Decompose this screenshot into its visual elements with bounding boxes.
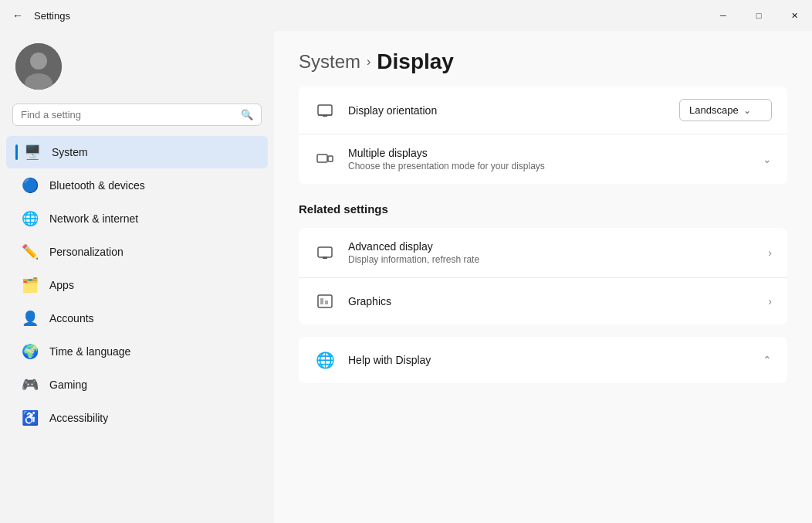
svg-rect-5 <box>323 115 327 117</box>
sidebar-item-accounts-label: Accounts <box>49 312 94 324</box>
multiple-displays-icon <box>314 148 336 170</box>
sidebar-item-bluetooth-label: Bluetooth & devices <box>49 179 145 192</box>
multiple-displays-control: ⌄ <box>763 153 772 165</box>
sidebar-item-system[interactable]: 🖥️System <box>6 136 268 168</box>
graphics-text: Graphics <box>348 295 756 307</box>
avatar[interactable] <box>15 43 62 90</box>
advanced-display-arrow: › <box>768 246 772 259</box>
graphics-icon <box>314 290 336 312</box>
time-icon: 🌍 <box>22 343 39 360</box>
graphics-arrow-icon: › <box>768 295 772 307</box>
orientation-text: Display orientation <box>348 104 667 117</box>
sidebar-item-bluetooth[interactable]: 🔵Bluetooth & devices <box>6 169 268 202</box>
orientation-icon <box>314 100 336 121</box>
nav-list: 🖥️System🔵Bluetooth & devices🌐Network & i… <box>0 135 274 435</box>
advanced-display-desc: Display information, refresh rate <box>348 254 756 265</box>
search-box[interactable]: 🔍 <box>12 104 262 126</box>
sidebar-item-apps[interactable]: 🗂️Apps <box>6 269 268 301</box>
breadcrumb: System › Display <box>299 49 787 74</box>
help-expand-icon: ⌃ <box>763 354 772 366</box>
accessibility-icon: ♿ <box>22 409 39 426</box>
multiple-displays-title: Multiple displays <box>348 147 750 159</box>
help-section: 🌐 Help with Display ⌃ <box>299 337 787 383</box>
sidebar-item-accounts[interactable]: 👤Accounts <box>6 302 268 335</box>
help-title: Help with Display <box>348 354 750 366</box>
breadcrumb-parent: System <box>299 51 360 73</box>
help-control: ⌃ <box>763 354 772 366</box>
sidebar-item-network[interactable]: 🌐Network & internet <box>6 202 268 235</box>
setting-row-multiple-displays[interactable]: Multiple displaysChoose the presentation… <box>299 134 787 184</box>
svg-rect-6 <box>317 155 327 162</box>
orientation-chevron-icon: ⌄ <box>743 105 751 116</box>
accounts-icon: 👤 <box>22 310 39 327</box>
graphics-title: Graphics <box>348 295 756 307</box>
help-icon: 🌐 <box>314 349 336 371</box>
multiple-displays-text: Multiple displaysChoose the presentation… <box>348 147 750 172</box>
svg-point-1 <box>30 53 47 70</box>
setting-row-orientation[interactable]: Display orientationLandscape⌄ <box>299 87 787 134</box>
system-icon: 🖥️ <box>24 144 41 161</box>
back-button[interactable]: ← <box>9 9 26 22</box>
multiple-displays-desc: Choose the presentation mode for your di… <box>348 161 750 172</box>
graphics-arrow: › <box>768 295 772 307</box>
avatar-area <box>0 31 274 99</box>
search-icon: 🔍 <box>241 109 253 121</box>
network-icon: 🌐 <box>22 210 39 227</box>
breadcrumb-current: Display <box>377 49 454 74</box>
main-settings-section: Display orientationLandscape⌄Multiple di… <box>299 87 787 184</box>
svg-rect-12 <box>320 298 323 304</box>
minimize-button[interactable]: ─ <box>705 0 741 31</box>
main-content: System › Display Display orientationLand… <box>274 31 812 523</box>
orientation-title: Display orientation <box>348 104 667 117</box>
maximize-button[interactable]: □ <box>741 0 776 31</box>
sidebar: 🔍 🖥️System🔵Bluetooth & devices🌐Network &… <box>0 31 274 523</box>
svg-rect-7 <box>328 156 333 161</box>
sidebar-item-personalization[interactable]: ✏️Personalization <box>6 236 268 268</box>
sidebar-item-time-label: Time & language <box>49 345 130 358</box>
sidebar-item-accessibility-label: Accessibility <box>49 412 108 424</box>
svg-rect-8 <box>318 247 332 257</box>
orientation-dropdown-label: Landscape <box>689 104 739 116</box>
advanced-display-icon <box>314 242 336 263</box>
titlebar-controls: ─ □ ✕ <box>705 0 812 31</box>
bluetooth-icon: 🔵 <box>22 177 39 194</box>
sidebar-item-personalization-label: Personalization <box>49 246 123 258</box>
breadcrumb-chevron-icon: › <box>367 55 370 69</box>
personalization-icon: ✏️ <box>22 243 39 260</box>
app-body: 🔍 🖥️System🔵Bluetooth & devices🌐Network &… <box>0 31 812 523</box>
sidebar-item-gaming-label: Gaming <box>49 379 87 391</box>
titlebar: ← Settings ─ □ ✕ <box>0 0 812 31</box>
advanced-display-arrow-icon: › <box>768 246 772 259</box>
sidebar-item-system-label: System <box>52 146 88 158</box>
close-button[interactable]: ✕ <box>776 0 812 31</box>
orientation-dropdown[interactable]: Landscape⌄ <box>679 99 772 121</box>
help-text: Help with Display <box>348 354 750 366</box>
help-display-row[interactable]: 🌐 Help with Display ⌃ <box>299 337 787 383</box>
svg-rect-13 <box>325 301 328 304</box>
svg-rect-3 <box>318 105 332 115</box>
sidebar-item-network-label: Network & internet <box>49 212 138 225</box>
sidebar-item-time[interactable]: 🌍Time & language <box>6 335 268 368</box>
svg-rect-10 <box>323 257 327 259</box>
active-indicator <box>15 144 18 160</box>
sidebar-item-apps-label: Apps <box>49 279 74 291</box>
related-settings-section: Advanced displayDisplay information, ref… <box>299 228 787 324</box>
orientation-control: Landscape⌄ <box>679 99 772 121</box>
apps-icon: 🗂️ <box>22 277 39 294</box>
titlebar-left: ← Settings <box>9 9 70 22</box>
related-settings-label: Related settings <box>299 202 787 216</box>
window-title: Settings <box>34 10 70 22</box>
search-input[interactable] <box>21 109 235 121</box>
sidebar-item-gaming[interactable]: 🎮Gaming <box>6 368 268 401</box>
related-row-advanced-display[interactable]: Advanced displayDisplay information, ref… <box>299 228 787 278</box>
gaming-icon: 🎮 <box>22 376 39 393</box>
sidebar-item-accessibility[interactable]: ♿Accessibility <box>6 402 268 434</box>
multiple-displays-expand-icon: ⌄ <box>763 153 772 165</box>
related-row-graphics[interactable]: Graphics› <box>299 278 787 324</box>
advanced-display-title: Advanced display <box>348 240 756 253</box>
advanced-display-text: Advanced displayDisplay information, ref… <box>348 240 756 265</box>
